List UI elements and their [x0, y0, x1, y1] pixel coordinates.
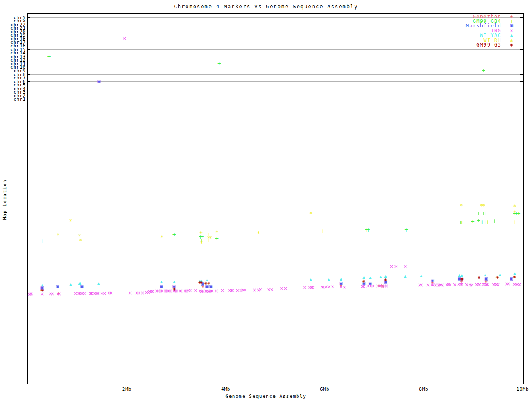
data-point: * — [209, 235, 212, 241]
chrom-tick-left — [28, 42, 30, 42]
chromosome-hit-point: + — [217, 61, 222, 66]
chrom-tick-left — [28, 21, 30, 21]
data-point: + — [366, 227, 370, 232]
chrom-tick-right — [520, 92, 523, 92]
data-point: × — [311, 285, 315, 290]
data-point: × — [361, 284, 365, 289]
chrom-tick-right — [520, 49, 523, 50]
data-point: × — [270, 287, 274, 292]
data-point: × — [496, 282, 500, 287]
data-point: ◈ — [384, 278, 387, 282]
data-point: * — [69, 218, 72, 224]
data-point: ▲ — [41, 283, 43, 287]
chrom-tick-right — [520, 78, 523, 78]
data-point: * — [257, 230, 260, 236]
data-point: ◈ — [207, 281, 211, 285]
chrom-gridline — [30, 99, 520, 99]
chrom-tick-right — [520, 74, 523, 75]
data-point: × — [102, 291, 106, 296]
chrom-tick-left — [28, 92, 30, 92]
data-point: × — [230, 288, 234, 293]
chrom-tick-right — [520, 53, 523, 53]
data-point: * — [513, 209, 516, 215]
data-point: ◈ — [172, 287, 176, 291]
chrom-tick-left — [28, 78, 30, 78]
chrom-tick-left — [28, 46, 30, 46]
data-point: + — [493, 219, 497, 224]
mb-gridline — [127, 14, 127, 383]
chrom-tick-right — [520, 17, 523, 18]
data-point: * — [160, 234, 163, 240]
mb-gridline — [424, 14, 424, 383]
chrom-tick-right — [520, 85, 523, 85]
data-point: + — [460, 220, 464, 225]
x-tick-label: 2Mb — [122, 387, 131, 392]
data-point: × — [220, 288, 224, 293]
data-point: * — [200, 230, 203, 236]
data-point: + — [517, 211, 521, 216]
data-point: ▲ — [369, 276, 372, 280]
data-point: ▲ — [340, 278, 342, 281]
data-point: + — [215, 236, 219, 241]
legend-marker-icon: ▲ — [510, 34, 513, 37]
x-tick — [325, 380, 325, 383]
chrom-tick-left — [28, 17, 30, 18]
data-point: * — [513, 204, 516, 209]
data-point: × — [342, 285, 347, 290]
chrom-tick-right — [520, 46, 523, 46]
data-point: ▲ — [379, 276, 382, 279]
data-point: ▣ — [509, 277, 513, 281]
chrom-tick-right — [520, 81, 523, 82]
x-tick — [226, 380, 226, 383]
data-point: ▲ — [484, 273, 486, 277]
data-point: ▣ — [56, 285, 59, 289]
data-point: ◈ — [461, 277, 464, 281]
chrom-gridline — [30, 60, 520, 60]
data-point: + — [483, 211, 487, 216]
chrom-gridline — [30, 89, 520, 89]
data-point: × — [50, 291, 54, 296]
chrom-tick-left — [28, 74, 30, 75]
chromosome-hit-point: + — [47, 54, 51, 59]
chrom-tick-left — [28, 89, 30, 89]
data-point: × — [150, 289, 155, 294]
chrom-tick-left — [28, 85, 30, 85]
x-tick-label: 10Mb — [517, 387, 529, 392]
data-point: + — [485, 219, 490, 224]
data-point: ▲ — [173, 280, 175, 283]
data-point: × — [389, 264, 394, 269]
data-point: ◈ — [200, 281, 203, 285]
chrom-tick-left — [28, 64, 30, 64]
data-point: × — [419, 283, 423, 288]
data-point: + — [320, 229, 325, 234]
data-point: + — [40, 239, 44, 244]
data-point: × — [193, 288, 197, 293]
chrom-gridline — [30, 85, 520, 85]
chrom-tick-right — [520, 64, 523, 64]
data-point: × — [210, 288, 214, 293]
data-point: × — [109, 291, 113, 296]
chrom-gridline — [30, 57, 520, 57]
data-point: × — [460, 282, 464, 287]
data-point: ◈ — [513, 275, 517, 279]
chrom-tick-left — [28, 39, 30, 39]
data-point: + — [404, 227, 409, 232]
data-point: × — [283, 286, 288, 291]
data-point: × — [441, 283, 445, 288]
data-point: × — [506, 281, 510, 286]
data-point: + — [476, 211, 480, 216]
chrom-gridline — [30, 96, 520, 96]
data-point: × — [470, 283, 474, 288]
data-point: ▲ — [328, 278, 330, 281]
chrom-tick-left — [28, 35, 30, 35]
chrom-tick-right — [520, 32, 523, 32]
data-point: * — [215, 229, 218, 235]
chrom-tick-left — [28, 67, 30, 67]
chrom-tick-right — [520, 28, 523, 28]
x-axis-label: Genome Sequence Assembly — [0, 394, 532, 399]
data-point: × — [371, 283, 375, 288]
data-point: × — [57, 291, 62, 296]
chrom-tick-right — [520, 71, 523, 71]
chrom-tick-right — [520, 21, 523, 21]
data-point: × — [394, 264, 398, 269]
